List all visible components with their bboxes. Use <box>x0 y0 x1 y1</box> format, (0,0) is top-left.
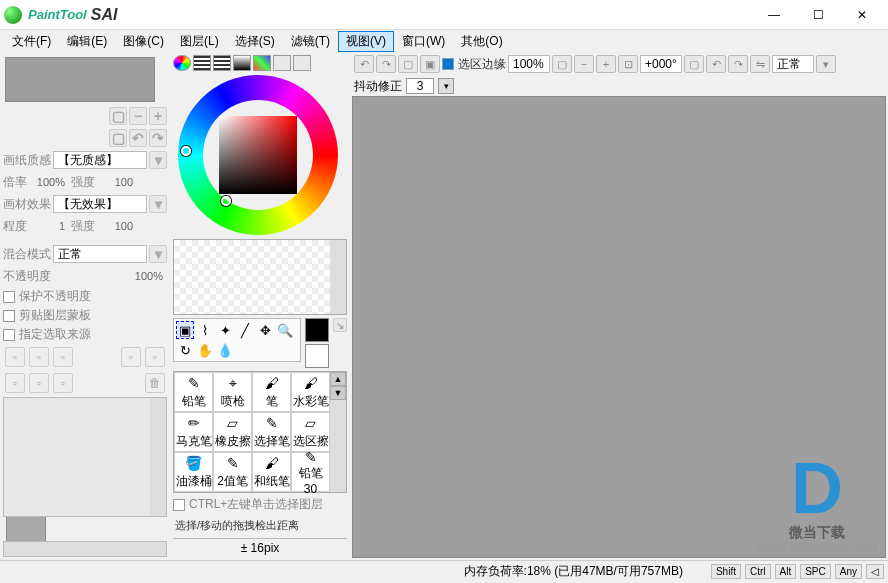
brush-bucket[interactable]: 🪣油漆桶 <box>174 452 213 492</box>
nav-btn-2[interactable]: ▢ <box>109 129 127 147</box>
brush-brush[interactable]: 🖌笔 <box>252 372 291 412</box>
ct-zoom-reset[interactable]: ▢ <box>552 55 572 73</box>
brush-scrollbar[interactable]: ▲ ▼ <box>330 372 346 492</box>
layer-thumbnail[interactable] <box>6 514 46 544</box>
ct-invert[interactable]: ▣ <box>420 55 440 73</box>
new-mask-button[interactable]: ▫ <box>53 347 73 367</box>
ct-undo[interactable]: ↶ <box>354 55 374 73</box>
brush-eraser[interactable]: ▱橡皮擦 <box>213 412 252 452</box>
clear-layer-button[interactable]: ▫ <box>53 373 73 393</box>
canvas-mode-select[interactable]: 正常 <box>772 55 814 73</box>
color-sv-square[interactable] <box>219 116 297 194</box>
material-effect-select[interactable]: 【无效果】 <box>53 195 147 213</box>
paper-texture-select[interactable]: 【无质感】 <box>53 151 147 169</box>
stabilizer-dropdown[interactable]: ▾ <box>438 78 454 94</box>
menu-file[interactable]: 文件(F) <box>4 31 59 52</box>
tool-hand[interactable]: ✋ <box>196 341 214 359</box>
new-layer-button[interactable]: ▫ <box>5 347 25 367</box>
ct-angle-reset[interactable]: ▢ <box>684 55 704 73</box>
ct-zoom-out[interactable]: − <box>574 55 594 73</box>
color-tab-extra-icon[interactable] <box>293 55 311 71</box>
blend-mode-select[interactable]: 正常 <box>53 245 147 263</box>
ct-rotate-ccw[interactable]: ↶ <box>706 55 726 73</box>
effect-dropdown[interactable]: ▾ <box>149 195 167 213</box>
navigator-thumbnail[interactable] <box>5 57 155 102</box>
layer-btn-b[interactable]: ▫ <box>145 347 165 367</box>
checkbox-clipping-mask[interactable]: 剪贴图层蒙板 <box>3 307 167 324</box>
color-tab-hsv-icon[interactable] <box>213 55 231 71</box>
menu-other[interactable]: 其他(O) <box>453 31 510 52</box>
nav-btn-1[interactable]: ▢ <box>109 107 127 125</box>
layer-btn-a[interactable]: ▫ <box>121 347 141 367</box>
ct-rotate-cw[interactable]: ↷ <box>728 55 748 73</box>
color-wheel[interactable] <box>173 74 343 236</box>
brush-watercolor[interactable]: 🖌水彩笔 <box>291 372 330 412</box>
nav-zoom-in[interactable]: + <box>149 107 167 125</box>
brush-selerase[interactable]: ▱选区擦 <box>291 412 330 452</box>
ct-flip-h[interactable]: ⇋ <box>750 55 770 73</box>
menu-window[interactable]: 窗口(W) <box>394 31 453 52</box>
ct-deselect[interactable]: ▢ <box>398 55 418 73</box>
color-tab-rgb-icon[interactable] <box>193 55 211 71</box>
delete-layer-button[interactable]: 🗑 <box>145 373 165 393</box>
merge-down-button[interactable]: ▫ <box>5 373 25 393</box>
nav-rotate-cw[interactable]: ↷ <box>149 129 167 147</box>
menu-image[interactable]: 图像(C) <box>115 31 172 52</box>
brush-scroll-down[interactable]: ▼ <box>330 386 346 400</box>
color-tab-wheel-icon[interactable] <box>173 55 191 71</box>
checkbox-selection-edge[interactable]: 选区边缘 <box>442 56 506 73</box>
color-tab-scratch-icon[interactable] <box>273 55 291 71</box>
nav-zoom-out[interactable]: − <box>129 107 147 125</box>
ct-mode-dd[interactable]: ▾ <box>816 55 836 73</box>
ct-redo[interactable]: ↷ <box>376 55 396 73</box>
minimize-button[interactable]: — <box>752 0 796 30</box>
brush-binary[interactable]: ✎2值笔 <box>213 452 252 492</box>
sv-cursor-icon[interactable] <box>221 196 231 206</box>
layer-list-scrollbar[interactable] <box>150 398 166 516</box>
background-color-swatch[interactable] <box>305 344 329 368</box>
menu-filter[interactable]: 滤镜(T) <box>283 31 338 52</box>
menu-edit[interactable]: 编辑(E) <box>59 31 115 52</box>
tool-zoom[interactable]: 🔍 <box>276 321 294 339</box>
canvas-zoom-select[interactable]: 100% <box>508 55 550 73</box>
new-group-button[interactable]: ▫ <box>29 347 49 367</box>
menu-view[interactable]: 视图(V) <box>338 31 394 52</box>
tool-rect-select[interactable]: ▣ <box>176 321 194 339</box>
tool-lasso[interactable]: ⌇ <box>196 321 214 339</box>
swap-colors-icon[interactable]: ↘ <box>333 318 347 332</box>
tool-eyedropper[interactable]: 💧 <box>216 341 234 359</box>
scratchpad-scrollbar[interactable] <box>330 240 346 314</box>
menu-select[interactable]: 选择(S) <box>227 31 283 52</box>
color-tab-gray-icon[interactable] <box>233 55 251 71</box>
nav-rotate-ccw[interactable]: ↶ <box>129 129 147 147</box>
brush-airbrush[interactable]: ⌖喷枪 <box>213 372 252 412</box>
scratchpad[interactable] <box>173 239 347 315</box>
canvas-angle-select[interactable]: +000° <box>640 55 682 73</box>
hue-cursor-icon[interactable] <box>181 146 191 156</box>
color-tab-swatches-icon[interactable] <box>253 55 271 71</box>
maximize-button[interactable]: ☐ <box>796 0 840 30</box>
checkbox-protect-opacity[interactable]: 保护不透明度 <box>3 288 167 305</box>
menu-layer[interactable]: 图层(L) <box>172 31 227 52</box>
brush-pencil30[interactable]: ✎铅笔30 <box>291 452 330 492</box>
canvas[interactable] <box>352 96 886 558</box>
tool-rotate[interactable]: ↻ <box>176 341 194 359</box>
close-button[interactable]: ✕ <box>840 0 884 30</box>
drag-distance-value[interactable]: ± 16pix <box>173 538 347 557</box>
brush-pencil[interactable]: ✎铅笔 <box>174 372 213 412</box>
stabilizer-input[interactable]: 3 <box>406 78 434 94</box>
texture-dropdown[interactable]: ▾ <box>149 151 167 169</box>
brush-marker[interactable]: ✏马克笔 <box>174 412 213 452</box>
foreground-color-swatch[interactable] <box>305 318 329 342</box>
brush-washi[interactable]: 🖌和纸笔 <box>252 452 291 492</box>
tool-move[interactable]: ✥ <box>256 321 274 339</box>
layer-list[interactable] <box>3 397 167 517</box>
brush-scroll-up[interactable]: ▲ <box>330 372 346 386</box>
brush-selpen[interactable]: ✎选择笔 <box>252 412 291 452</box>
tool-magic-wand[interactable]: ✦ <box>216 321 234 339</box>
checkbox-ctrl-click-layer[interactable]: CTRL+左键单击选择图层 <box>173 496 347 513</box>
tool-line[interactable]: ╱ <box>236 321 254 339</box>
ct-zoom-in[interactable]: + <box>596 55 616 73</box>
layer-hscroll[interactable] <box>3 541 167 557</box>
ct-fit[interactable]: ⊡ <box>618 55 638 73</box>
